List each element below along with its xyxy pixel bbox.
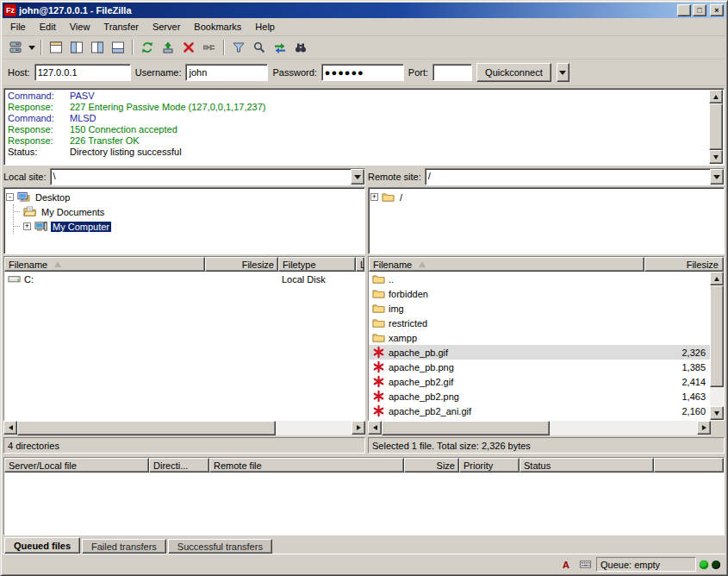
close-button[interactable]: × [710,4,724,16]
scroll-down-button[interactable] [710,406,724,420]
title-bar[interactable]: Fz john@127.0.0.1 - FileZilla _ □ × [3,3,725,18]
local-horizontal-scrollbar[interactable] [3,421,365,435]
refresh-icon [140,41,154,54]
scroll-up-button[interactable] [709,90,723,103]
scroll-thumb[interactable] [709,103,723,150]
scroll-down-button[interactable] [709,150,723,164]
local-site-dropdown[interactable] [351,169,364,185]
keypad-icon[interactable] [577,558,593,572]
port-input[interactable] [432,64,472,81]
column-header-direction[interactable]: Directi... [149,458,209,473]
scroll-right-button[interactable] [697,421,711,435]
collapse-icon[interactable]: - [6,193,14,201]
message-log[interactable]: Command:PASV Response:227 Entering Passi… [3,88,725,166]
scroll-left-button[interactable] [368,421,382,435]
compare-icon [252,41,266,54]
local-list-body[interactable]: C: Local Disk [4,272,364,420]
scroll-right-button[interactable] [352,421,365,435]
column-header-filesize[interactable]: Filesize [205,257,278,272]
remote-file-row[interactable]: apache_pb.png 1,385 [369,360,710,374]
toggle-local-tree-button[interactable] [66,38,87,57]
tab-queued-files[interactable]: Queued files [4,537,80,554]
site-manager-button[interactable] [5,38,26,57]
tree-item-my-computer[interactable]: + My Computer [14,219,363,234]
transfer-queue[interactable]: Server/Local file Directi... Remote file… [3,457,725,535]
column-header-filename[interactable]: Filename [369,257,644,272]
maximize-button[interactable]: □ [693,4,706,16]
local-tree[interactable]: - Desktop My Documents + My Computer [3,187,365,254]
menu-view[interactable]: View [63,19,97,34]
keypad-icon-glyph [579,558,592,571]
compare-button[interactable] [249,38,270,57]
password-input[interactable] [321,64,404,81]
process-queue-button[interactable] [158,38,178,57]
tree-item-root[interactable]: + / [370,190,722,204]
menu-help[interactable]: Help [248,19,282,34]
column-header-filesize[interactable]: Filesize [644,257,724,272]
remote-file-row[interactable]: forbidden [369,286,710,301]
menu-edit[interactable]: Edit [33,19,63,34]
remote-file-row-selected[interactable]: apache_pb.gif 2,326 [369,345,710,360]
scroll-thumb[interactable] [17,421,276,435]
remote-horizontal-scrollbar[interactable] [368,421,711,435]
remote-file-row[interactable]: apache_pb2_ani.gif 2,160 [369,404,710,418]
column-header-filetype[interactable]: Filetype [278,257,356,272]
scroll-up-button[interactable] [710,272,724,285]
column-header-size[interactable]: Size [404,458,459,473]
quickconnect-button[interactable]: Quickconnect [476,63,551,82]
column-header-status[interactable]: Status [520,458,654,473]
remote-site-combobox[interactable]: / [425,168,725,185]
toggle-remote-tree-button[interactable] [87,38,108,57]
column-header-filename[interactable]: Filename [4,257,205,272]
disconnect-button[interactable] [199,38,220,57]
remote-file-row[interactable]: restricted [369,316,710,330]
transfer-type-icon[interactable]: A [558,558,574,572]
tab-failed-transfers[interactable]: Failed transfers [82,539,166,554]
column-header-lastmodified[interactable]: L [356,257,364,272]
refresh-button[interactable] [137,38,158,57]
file-name: apache_pb2.gif [389,377,453,387]
tree-item-my-documents[interactable]: My Documents [14,204,363,219]
column-header-priority[interactable]: Priority [459,458,520,473]
cancel-button[interactable] [178,38,199,57]
site-manager-dropdown[interactable] [26,38,37,57]
username-input[interactable] [185,64,268,81]
menu-server[interactable]: Server [146,19,187,34]
remote-file-list[interactable]: Filename Filesize .. forbidden [368,256,725,421]
menu-bookmarks[interactable]: Bookmarks [187,19,248,34]
remote-site-dropdown[interactable] [710,169,724,185]
remote-file-row[interactable]: apache_pb2.gif 2,414 [369,374,710,389]
find-button[interactable] [290,38,311,57]
remote-file-row[interactable]: apache_pb2.png 1,463 [369,389,710,404]
remote-tree[interactable]: + / [368,187,725,254]
menu-file[interactable]: File [3,19,33,34]
local-file-list[interactable]: Filename Filesize Filetype L C: Local Di… [3,256,365,421]
menu-transfer[interactable]: Transfer [96,19,146,34]
sync-browsing-button[interactable] [270,38,290,57]
tab-successful-transfers[interactable]: Successful transfers [168,539,272,554]
scroll-thumb[interactable] [710,285,724,387]
local-file-row[interactable]: C: Local Disk [4,272,364,286]
queue-body[interactable] [4,473,724,535]
scroll-thumb[interactable] [382,421,550,435]
host-input[interactable] [34,64,131,81]
column-header-remote-file[interactable]: Remote file [209,458,404,473]
local-site-combobox[interactable]: \ [50,168,365,185]
expand-icon[interactable]: + [370,193,378,201]
filter-button[interactable] [228,38,249,57]
scroll-left-button[interactable] [3,421,17,435]
remote-file-row[interactable]: img [369,301,710,316]
quickconnect-dropdown[interactable] [557,63,569,82]
toggle-queue-button[interactable] [108,38,128,57]
remote-status-bar: Selected 1 file. Total size: 2,326 bytes [368,437,725,454]
remote-file-row[interactable]: .. [369,272,710,286]
tree-item-desktop[interactable]: - Desktop [6,190,363,204]
remote-file-row[interactable]: xampp [369,330,710,345]
expand-icon[interactable]: + [23,222,31,230]
minimize-button[interactable]: _ [677,4,691,16]
remote-vertical-scrollbar[interactable] [710,272,724,420]
toggle-log-button[interactable] [46,38,66,57]
log-scrollbar[interactable] [709,90,723,164]
remote-list-body[interactable]: .. forbidden img restricted [369,272,710,420]
column-header-server-local-file[interactable]: Server/Local file [4,458,149,473]
